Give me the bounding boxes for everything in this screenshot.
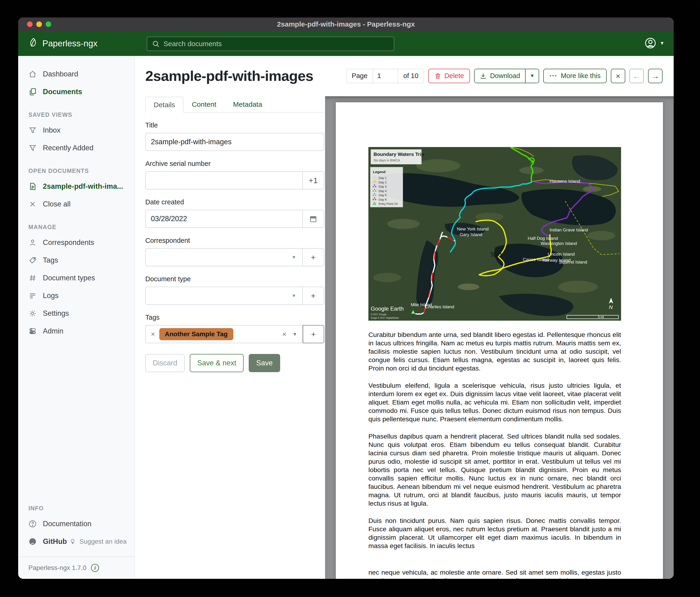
sidebar-item-label: Document types [43,274,95,282]
suggest-label: Suggest an idea [79,538,126,545]
correspondent-label: Correspondent [145,237,324,244]
toggles-icon [28,327,37,335]
island-label: New York Island [457,226,489,231]
info-icon[interactable]: i [91,564,99,572]
sidebar-item-recently-added[interactable]: Recently Added [18,139,134,157]
window-title: 2sample-pdf-with-images - Paperless-ngx [18,20,674,28]
sidebar-item-tags[interactable]: Tags [18,252,134,269]
sidebar-item-document-types[interactable]: Document types [18,269,134,287]
correspondent-select[interactable] [145,248,303,266]
asn-input[interactable] [145,171,303,189]
version-label: Paperless-ngx 1.7.0 [28,564,86,572]
page-number-input[interactable] [373,69,398,83]
clear-tags-icon[interactable]: × [282,330,287,339]
close-icon [28,200,37,208]
page-total-label: of 10 [398,69,424,83]
sidebar-item-settings[interactable]: Settings [18,305,134,322]
dots-icon: ··· [549,72,557,80]
map-legend: Legend Day 1Day 2Day 3Day 4Day 5Day 6Ent… [370,167,403,207]
search-input[interactable] [164,40,389,48]
sidebar-item-label: Tags [43,256,58,264]
sidebar-section-heading: MANAGE [18,213,134,234]
sidebar-item-logs[interactable]: Logs [18,287,134,305]
remove-tag-icon[interactable]: × [151,330,155,338]
delete-button[interactable]: Delete [428,69,470,83]
tags-select[interactable]: × Another Sample Tag × ▼ [145,325,303,343]
sidebar-item-label: Recently Added [43,144,93,152]
save-and-next-button[interactable]: Save & next [190,354,244,372]
sidebar-item-correspondents[interactable]: Correspondents [18,234,134,252]
save-button[interactable]: Save [249,354,280,372]
date-picker-button[interactable] [303,210,324,228]
sidebar-item-documentation[interactable]: Documentation [18,515,134,533]
title-input[interactable] [145,133,324,151]
sidebar-item-admin[interactable]: Admin [18,322,134,340]
island-label: Indian Grave Island [550,228,588,232]
sidebar-item-close-all[interactable]: Close all [18,195,134,213]
logs-icon [28,291,37,300]
app-header: Paperless-ngx ▼ [18,31,674,56]
trash-icon [434,72,441,79]
more-like-this-button[interactable]: ··· More like this [543,69,607,83]
bulb-icon [69,538,76,545]
sidebar-item-label: Logs [43,291,58,300]
title-field-label: Title [145,121,324,129]
close-icon: × [616,72,620,80]
caret-down-icon: ▼ [530,73,534,78]
sidebar-section-heading: INFO [18,505,134,515]
island-label: Half Dog Island [528,236,558,241]
search-bar[interactable] [147,37,394,51]
sidebar-item-2sample-pdf-with-ima[interactable]: 2sample-pdf-with-ima... [18,177,134,195]
person-icon [28,238,37,247]
download-options-button[interactable]: ▼ [525,69,539,83]
arrow-left-icon: ← [633,72,641,80]
sidebar: DashboardDocumentsSAVED VIEWSInboxRecent… [18,56,134,579]
download-icon [480,72,487,79]
user-menu[interactable]: ▼ [644,37,665,49]
sidebar-item-label: Correspondents [43,238,94,247]
tab-details[interactable]: Details [145,97,183,113]
map-text-annotation: Text [490,252,502,258]
tag-chip[interactable]: Another Sample Tag [159,328,233,340]
svg-text:Day 2: Day 2 [379,181,386,184]
add-correspondent-button[interactable]: + [303,248,324,266]
sidebar-item-label: Dashboard [43,70,78,78]
add-document-type-button[interactable]: + [303,287,324,305]
document-type-select[interactable] [145,287,303,305]
pdf-viewer[interactable]: Hausons IslandNew York IslandGary Island… [325,96,674,579]
svg-text:Legend: Legend [373,170,385,174]
page-label: Page [347,69,373,83]
add-tag-button[interactable]: + [303,325,324,343]
close-document-button[interactable]: × [611,69,625,83]
home-icon [28,70,37,78]
github-icon [28,538,37,546]
download-button[interactable]: Download [475,69,525,83]
file-text-icon [28,182,37,191]
question-icon [28,520,37,528]
sidebar-item-inbox[interactable]: Inbox [18,121,134,139]
island-label: Gary Island [460,232,482,237]
sidebar-item-dashboard[interactable]: Dashboard [18,65,134,83]
sidebar-item-documents[interactable]: Documents [18,83,134,101]
tab-metadata[interactable]: Metadata [225,96,271,112]
search-icon [152,40,160,48]
app-brand[interactable]: Paperless-ngx [28,37,98,50]
suggest-an-idea-link[interactable]: Suggest an idea [69,538,126,545]
app-name: Paperless-ngx [42,39,98,48]
island-label: Hausons Island [550,179,580,184]
asn-plus-one-button[interactable]: +1 [303,171,324,189]
next-document-button[interactable]: → [648,69,662,83]
sidebar-item-label: 2sample-pdf-with-ima... [43,182,123,191]
island-label: Lincoln Island [548,252,575,257]
svg-text:Day 4: Day 4 [379,189,386,193]
sidebar-item-label: Inbox [43,126,60,135]
filter-icon [28,126,37,135]
pdf-body-text: Curabitur bibendum ante urna, sed blandi… [368,330,621,579]
previous-document-button[interactable]: ← [629,69,644,83]
date-created-input[interactable] [145,210,303,228]
island-label: Washington Island [541,241,577,246]
discard-button[interactable]: Discard [145,354,185,372]
documents-icon [28,88,37,96]
sidebar-item-github[interactable]: GitHub [18,533,69,550]
tab-content[interactable]: Content [183,96,225,112]
